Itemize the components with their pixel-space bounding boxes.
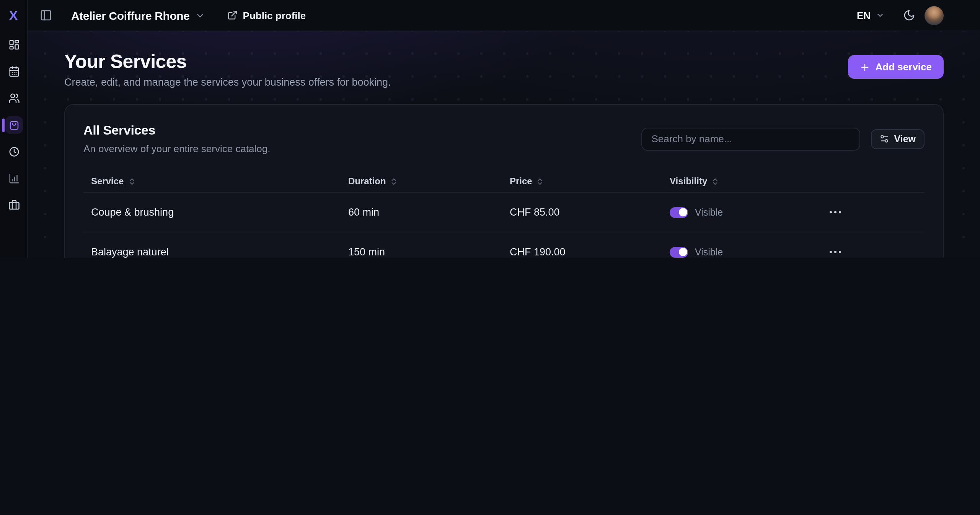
users-icon: [8, 93, 20, 104]
table-header-row: Service Duration Price Visibility: [83, 171, 924, 193]
page-title: Your Services: [64, 51, 943, 71]
public-profile-link[interactable]: Public profile: [227, 10, 306, 21]
sidebar-item-business[interactable]: [5, 197, 23, 214]
sidebar-item-analytics[interactable]: [5, 170, 23, 187]
briefcase-icon: [8, 200, 20, 211]
view-button-label: View: [894, 134, 916, 145]
sidebar: X: [0, 0, 28, 258]
sidebar-item-services[interactable]: [5, 116, 23, 134]
visibility-cell: Visible: [662, 247, 746, 258]
app-logo[interactable]: X: [0, 0, 27, 31]
duration-cell: 150 min: [341, 247, 502, 258]
sort-icon: [711, 177, 719, 186]
page-header: Your Services Create, edit, and manage t…: [64, 51, 943, 89]
visibility-toggle[interactable]: [670, 207, 688, 218]
row-menu-button[interactable]: [825, 247, 846, 258]
card-header: All Services An overview of your entire …: [83, 123, 924, 155]
card-tools: View: [641, 128, 924, 151]
shopping-bag-icon: [8, 119, 20, 131]
topbar-right: EN: [857, 6, 943, 25]
logo-letter: X: [9, 8, 18, 23]
chevron-down-icon: [875, 11, 884, 20]
column-label: Visibility: [670, 176, 707, 187]
user-avatar[interactable]: [924, 6, 943, 25]
column-header-visibility[interactable]: Visibility: [662, 176, 746, 187]
moon-icon: [903, 9, 915, 21]
price-cell: CHF 85.00: [502, 207, 662, 218]
topbar: Atelier Coiffure Rhone Public profile EN: [28, 0, 980, 31]
plus-icon: [859, 62, 870, 72]
service-name-cell: Coupe & brushing: [83, 207, 341, 218]
actions-cell: [825, 207, 846, 218]
app-window: X: [0, 0, 980, 258]
column-header-duration[interactable]: Duration: [341, 176, 502, 187]
table-row: Balayage naturel 150 min CHF 190.00 Visi…: [83, 233, 924, 258]
sidebar-item-hours[interactable]: [5, 143, 23, 161]
calendar-icon: [8, 66, 20, 77]
visibility-toggle[interactable]: [670, 247, 688, 258]
services-table: Service Duration Price Visibility: [83, 171, 924, 258]
services-card: All Services An overview of your entire …: [64, 104, 943, 258]
service-name-cell: Balayage naturel: [83, 247, 341, 258]
sidebar-toggle-button[interactable]: [40, 9, 52, 21]
sidebar-item-dashboard[interactable]: [5, 36, 23, 54]
panel-left-icon: [40, 9, 52, 21]
view-options-button[interactable]: View: [871, 129, 924, 149]
add-service-label: Add service: [876, 61, 932, 73]
card-title-block: All Services An overview of your entire …: [83, 123, 270, 155]
column-label: Duration: [348, 176, 386, 187]
language-code: EN: [857, 10, 871, 21]
sliders-icon: [879, 134, 889, 144]
table-row: Coupe & brushing 60 min CHF 85.00 Visibl…: [83, 193, 924, 233]
row-menu-button[interactable]: [825, 207, 846, 218]
column-label: Price: [510, 176, 532, 187]
sort-icon: [127, 177, 136, 186]
workspace-name: Atelier Coiffure Rhone: [71, 9, 190, 22]
ellipsis-icon: [830, 211, 832, 214]
main-content: Your Services Create, edit, and manage t…: [28, 31, 980, 258]
visibility-label: Visible: [695, 207, 723, 218]
language-selector[interactable]: EN: [857, 10, 884, 21]
duration-cell: 60 min: [341, 207, 502, 218]
sidebar-item-calendar[interactable]: [5, 63, 23, 80]
chevron-down-icon: [195, 10, 205, 20]
theme-toggle-button[interactable]: [903, 9, 915, 21]
layout-dashboard-icon: [8, 39, 20, 50]
clock-icon: [8, 146, 20, 158]
sidebar-nav: [0, 31, 27, 214]
add-service-button[interactable]: Add service: [848, 55, 943, 79]
public-profile-label: Public profile: [243, 10, 306, 21]
column-header-service[interactable]: Service: [83, 176, 341, 187]
bar-chart-icon: [8, 173, 20, 184]
sort-icon: [390, 177, 398, 186]
sort-icon: [536, 177, 545, 186]
column-header-price[interactable]: Price: [502, 176, 662, 187]
visibility-label: Visible: [695, 247, 723, 258]
search-input[interactable]: [641, 128, 860, 151]
workspace-switcher[interactable]: Atelier Coiffure Rhone: [71, 9, 205, 22]
page-subtitle: Create, edit, and manage the services yo…: [64, 77, 943, 89]
sidebar-item-clients[interactable]: [5, 89, 23, 107]
column-label: Service: [91, 176, 124, 187]
visibility-cell: Visible: [662, 207, 746, 218]
actions-cell: [825, 247, 846, 258]
card-subtitle: An overview of your entire service catal…: [83, 143, 270, 155]
price-cell: CHF 190.00: [502, 247, 662, 258]
external-link-icon: [227, 10, 238, 21]
ellipsis-icon: [830, 251, 832, 253]
card-title: All Services: [83, 123, 270, 139]
